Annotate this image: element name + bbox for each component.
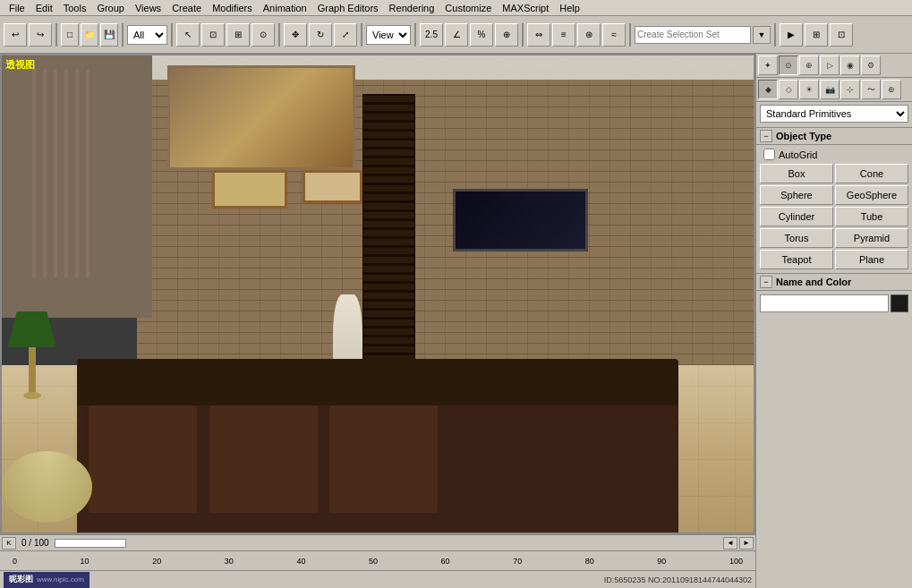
angle-snap[interactable]: ∠: [445, 23, 468, 47]
ruler-90: 90: [657, 557, 666, 566]
color-swatch[interactable]: [891, 294, 908, 312]
select-window-button[interactable]: ⊞: [226, 23, 250, 47]
ruler-0: 0: [13, 557, 17, 566]
reference-coord-dropdown[interactable]: View: [366, 25, 411, 45]
render-button[interactable]: ⊡: [830, 23, 853, 47]
panel-shapes-icon[interactable]: ◇: [779, 80, 798, 99]
panel-systems-icon[interactable]: ⊛: [882, 80, 901, 99]
menu-animation[interactable]: Animation: [258, 3, 312, 13]
toolbar-separator-7: [522, 23, 524, 47]
menu-graph-editors[interactable]: Graph Editors: [312, 3, 384, 13]
panel-spacer: [756, 314, 912, 588]
undo-button[interactable]: ↩: [4, 23, 27, 47]
menu-maxscript[interactable]: MAXScript: [497, 3, 554, 13]
viewport-bottom-controls: K 0 / 100 ◄ ►: [0, 534, 755, 550]
lamp-base: [23, 392, 41, 399]
autogrid-row: AutoGrid: [756, 147, 912, 162]
name-color-collapse-btn[interactable]: −: [760, 276, 772, 288]
vp-ctrl-2[interactable]: ►: [739, 537, 754, 550]
status-bar: 昵彩图 www.nipic.com ID:5650235 NO:20110918…: [0, 570, 755, 588]
primitives-dropdown-area: Standard Primitives Extended Primitives …: [760, 105, 908, 123]
pyramid-button[interactable]: Pyramid: [835, 228, 908, 248]
tv-screen: [456, 192, 585, 248]
menu-tools[interactable]: Tools: [58, 3, 92, 13]
menu-rendering[interactable]: Rendering: [384, 3, 440, 13]
panel-utilities-icon[interactable]: ⚙: [861, 55, 881, 75]
object-name-input[interactable]: [760, 294, 889, 312]
select-crossing-button[interactable]: ⊙: [251, 23, 275, 47]
panel-create-icon[interactable]: ✦: [758, 55, 778, 75]
panel-helpers-icon[interactable]: ⊹: [840, 80, 860, 99]
scale-button[interactable]: ⤢: [334, 23, 357, 47]
new-button[interactable]: □: [61, 23, 79, 47]
vp-ctrl-1[interactable]: ◄: [723, 537, 737, 550]
panel-display-icon[interactable]: ◉: [840, 55, 860, 75]
panel-motion-icon[interactable]: ▷: [820, 55, 840, 75]
menu-group[interactable]: Group: [91, 3, 130, 13]
panel-cameras-icon[interactable]: 📷: [820, 80, 840, 99]
spinner-snap[interactable]: ⊕: [495, 23, 518, 47]
play-button[interactable]: ▶: [780, 23, 803, 47]
watermark-text-1: 昵彩图: [9, 574, 33, 585]
rotate-button[interactable]: ↻: [309, 23, 332, 47]
create-selection-set-input[interactable]: [635, 26, 751, 44]
save-button[interactable]: 💾: [100, 23, 118, 47]
menu-help[interactable]: Help: [554, 3, 585, 13]
menu-modifiers[interactable]: Modifiers: [207, 3, 258, 13]
toolbar-separator-3: [171, 23, 173, 47]
select-filter-dropdown[interactable]: All: [127, 25, 167, 45]
named-sel-sets[interactable]: ⊞: [805, 23, 828, 47]
toolbar-separator-2: [122, 23, 124, 47]
cone-button[interactable]: Cone: [835, 164, 908, 183]
select-region-button[interactable]: ⊡: [201, 23, 225, 47]
panel-lights-icon[interactable]: ☀: [799, 80, 819, 99]
move-button[interactable]: ✥: [284, 23, 307, 47]
lamp-shade: [2, 311, 62, 347]
percent-snap[interactable]: %: [470, 23, 493, 47]
vp-progress-bar[interactable]: [55, 539, 126, 548]
mirror-button[interactable]: ⇔: [527, 23, 550, 47]
layer-button[interactable]: ⊛: [577, 23, 601, 47]
menu-edit[interactable]: Edit: [30, 3, 58, 13]
menu-create[interactable]: Create: [166, 3, 207, 13]
align-button[interactable]: ≡: [552, 23, 575, 47]
teapot-button[interactable]: Teapot: [760, 250, 833, 269]
cylinder-button[interactable]: Cylinder: [760, 207, 833, 226]
redo-button[interactable]: ↪: [29, 23, 52, 47]
plane-button[interactable]: Plane: [835, 250, 908, 269]
box-button[interactable]: Box: [760, 164, 833, 183]
sofa-cushion-2: [209, 405, 318, 512]
toolbar-separator-9: [774, 23, 776, 47]
panel-spacewarps-icon[interactable]: 〜: [861, 80, 881, 99]
select-tool-button[interactable]: ↖: [176, 23, 200, 47]
panel-modify-icon[interactable]: ⊙: [779, 55, 798, 75]
menu-bar: File Edit Tools Group Views Create Modif…: [0, 0, 912, 16]
toolbar-separator-4: [278, 23, 280, 47]
sphere-button[interactable]: Sphere: [760, 185, 833, 205]
menu-views[interactable]: Views: [130, 3, 166, 13]
torus-button[interactable]: Torus: [760, 228, 833, 248]
primitives-dropdown[interactable]: Standard Primitives Extended Primitives …: [760, 105, 908, 123]
panel-geometry-icon[interactable]: ◆: [758, 80, 778, 99]
curve-editor[interactable]: ≈: [602, 23, 626, 47]
geosphere-button[interactable]: GeoSphere: [835, 185, 908, 205]
autogrid-checkbox[interactable]: [763, 149, 775, 160]
create-selection-dropdown-btn[interactable]: ▼: [753, 26, 771, 44]
object-type-collapse-btn[interactable]: −: [760, 130, 772, 142]
menu-file[interactable]: File: [4, 3, 30, 13]
ruler-100: 100: [729, 557, 743, 566]
coffee-table: [2, 451, 92, 523]
picture-frame-1: [212, 170, 287, 209]
tube-button[interactable]: Tube: [835, 207, 908, 226]
menu-customize[interactable]: Customize: [439, 3, 497, 13]
snap-toggle[interactable]: 2.5: [420, 23, 443, 47]
panel-hierarchy-icon[interactable]: ⊕: [799, 55, 819, 75]
viewport-label: 透视图: [5, 58, 35, 72]
autogrid-label: AutoGrid: [779, 149, 817, 160]
object-type-title: Object Type: [776, 131, 831, 141]
open-button[interactable]: 📁: [81, 23, 98, 47]
viewport-wrapper: 透视图 K 0 / 100 ◄ ► 0 10 20: [0, 54, 755, 588]
viewport-main[interactable]: 透视图: [0, 54, 755, 534]
watermark-url: www.nipic.com: [37, 575, 84, 584]
vp-key-btn[interactable]: K: [2, 537, 16, 550]
